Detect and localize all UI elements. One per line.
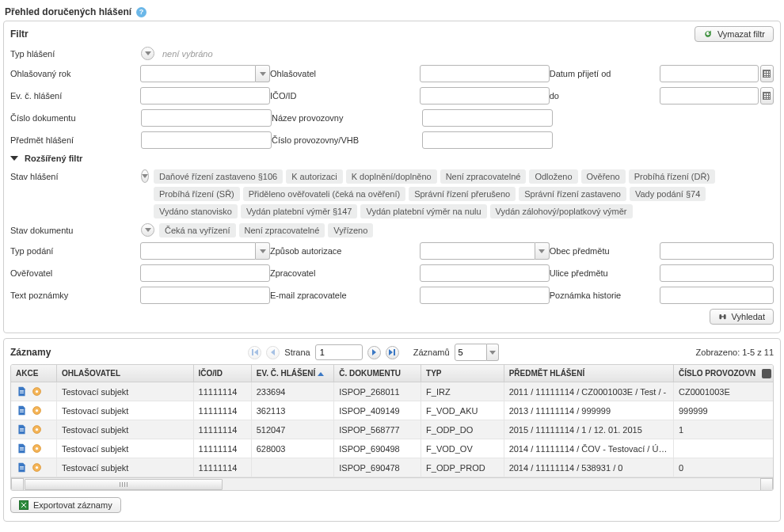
col-c-dokumentu[interactable]: Č. dokumentu xyxy=(334,365,421,382)
poznamka-historie-input[interactable] xyxy=(660,287,774,304)
pager-prev[interactable] xyxy=(266,346,280,359)
label-ico-id: IČO/ID xyxy=(270,87,420,104)
stav-hlaseni-toggle[interactable] xyxy=(141,169,149,183)
label-typ-hlaseni: Typ hlášení xyxy=(10,47,141,60)
cell-typ: F_ODP_DO xyxy=(421,420,504,439)
export-button[interactable]: Exportovat záznamy xyxy=(10,497,121,513)
stav-hlaseni-tag[interactable]: Vady podání §74 xyxy=(630,187,706,201)
stav-hlaseni-tag[interactable]: Vydán platební výměr §147 xyxy=(241,204,358,218)
detail-icon[interactable] xyxy=(16,386,28,397)
datum-do-input[interactable] xyxy=(660,87,759,104)
calendar-icon xyxy=(763,92,771,100)
stav-hlaseni-tag[interactable]: Probíhá řízení (DŘ) xyxy=(629,169,715,184)
clear-filter-button[interactable]: Vymazat filtr xyxy=(695,26,774,42)
extended-filter-label: Rozšířený filtr xyxy=(25,154,82,163)
zpusob-autorizace-input[interactable] xyxy=(420,242,535,260)
table-row[interactable]: Testovací subjekt11111114512047ISPOP_568… xyxy=(11,420,773,439)
svg-point-7 xyxy=(36,447,38,450)
per-page-input[interactable] xyxy=(455,344,488,361)
nazev-provozovny-input[interactable] xyxy=(422,109,553,127)
table-row[interactable]: Testovací subjekt11111114233694ISPOP_268… xyxy=(11,382,773,401)
stav-dokumentu-tag[interactable]: Vyřízeno xyxy=(328,223,373,238)
detail-icon[interactable] xyxy=(16,462,28,473)
stav-dokumentu-tag[interactable]: Není zpracovatelné xyxy=(239,223,325,238)
cell-predmet: 2011 / 11111114 / CZ0001003E / Test / - xyxy=(504,382,673,401)
stav-hlaseni-tag[interactable]: Ověřeno xyxy=(581,169,626,184)
email-zpracovatele-input[interactable] xyxy=(420,287,550,304)
cislo-dokumentu-input[interactable] xyxy=(141,109,272,127)
datum-do-picker[interactable] xyxy=(760,87,774,104)
stav-hlaseni-tag[interactable]: Přiděleno ověřovateli (čeká na ověření) xyxy=(243,187,405,201)
pager-last[interactable] xyxy=(386,346,399,359)
settings-icon[interactable] xyxy=(31,462,43,473)
col-akce[interactable]: Akce xyxy=(11,365,57,382)
col-predmet-hlaseni[interactable]: Předmět hlášení xyxy=(504,365,673,382)
predmet-hlaseni-input[interactable] xyxy=(141,131,272,149)
stav-hlaseni-tag[interactable]: Správní řízení zastaveno xyxy=(519,187,626,201)
col-typ[interactable]: Typ xyxy=(421,365,504,382)
stav-hlaseni-tag[interactable]: K doplnění/doplněno xyxy=(346,169,437,184)
detail-icon[interactable] xyxy=(16,405,28,416)
stav-hlaseni-tag[interactable]: Vydán zálohový/poplatkový výměr xyxy=(490,204,633,218)
overovatel-input[interactable] xyxy=(140,264,270,282)
stav-hlaseni-tag[interactable]: K autorizaci xyxy=(286,169,342,184)
stav-dokumentu-toggle[interactable] xyxy=(141,223,154,237)
stav-hlaseni-tag[interactable]: Daňové řízení zastaveno §106 xyxy=(154,169,283,184)
table-row[interactable]: Testovací subjekt11111114362113ISPOP_409… xyxy=(11,401,773,420)
ohlasovany-rok-input[interactable] xyxy=(140,65,256,82)
text-poznamky-input[interactable] xyxy=(140,287,270,304)
ohlasovatel-input[interactable] xyxy=(420,65,550,82)
typ-hlaseni-toggle[interactable] xyxy=(141,47,154,60)
label-ev-c-hlaseni: Ev. č. hlášení xyxy=(10,87,140,104)
col-ohlasovatel[interactable]: Ohlašovatel xyxy=(57,365,194,382)
col-cislo-provozovny[interactable]: Číslo provozovn xyxy=(673,365,773,382)
stav-hlaseni-tags: Daňové řízení zastaveno §106K autorizaci… xyxy=(154,169,774,218)
typ-podani-input[interactable] xyxy=(140,242,256,260)
stav-hlaseni-tag[interactable]: Vydáno stanovisko xyxy=(154,204,238,218)
settings-icon[interactable] xyxy=(31,424,43,435)
pager-first[interactable] xyxy=(248,346,261,359)
search-button[interactable]: Vyhledat xyxy=(710,309,774,325)
pager-page-input[interactable] xyxy=(315,344,363,360)
datum-od-picker[interactable] xyxy=(760,65,774,82)
col-ev-c-hlaseni[interactable]: Ev. č. hlášení xyxy=(251,365,334,382)
zpusob-autorizace-dropdown[interactable] xyxy=(535,242,550,260)
detail-icon[interactable] xyxy=(16,424,28,435)
horizontal-scrollbar[interactable] xyxy=(11,477,773,490)
col-ico-id[interactable]: IČO/ID xyxy=(193,365,251,382)
per-page-dropdown[interactable] xyxy=(487,344,498,361)
ulice-predmetu-input[interactable] xyxy=(660,264,774,282)
excel-icon xyxy=(19,500,29,510)
settings-icon[interactable] xyxy=(31,443,43,454)
detail-icon[interactable] xyxy=(16,443,28,454)
obec-predmetu-input[interactable] xyxy=(660,242,774,260)
table-row[interactable]: Testovací subjekt11111114ISPOP_690478F_O… xyxy=(11,458,773,477)
datum-od-input[interactable] xyxy=(660,65,759,82)
cell-ohlasovatel: Testovací subjekt xyxy=(57,401,194,420)
scrollbar-thumb[interactable] xyxy=(25,479,223,490)
column-menu-icon[interactable] xyxy=(762,369,771,378)
ohlasovany-rok-dropdown[interactable] xyxy=(256,65,270,82)
stav-hlaseni-tag[interactable]: Není zpracovatelné xyxy=(440,169,527,184)
stav-hlaseni-tag[interactable]: Odloženo xyxy=(529,169,577,184)
pager-page-label: Strana xyxy=(284,348,310,357)
stav-hlaseni-tag[interactable]: Vydán platební výměr na nulu xyxy=(360,204,486,218)
help-icon[interactable]: ? xyxy=(136,7,147,17)
label-cislo-dokumentu: Číslo dokumentu xyxy=(10,109,141,127)
records-table: Akce Ohlašovatel IČO/ID Ev. č. hlášení Č… xyxy=(11,365,773,477)
extended-filter-toggle[interactable]: Rozšířený filtr xyxy=(10,154,774,163)
settings-icon[interactable] xyxy=(31,405,43,416)
stav-dokumentu-tag[interactable]: Čeká na vyřízení xyxy=(159,223,236,238)
cislo-provozovny-vhb-input[interactable] xyxy=(422,131,553,149)
pager-next[interactable] xyxy=(367,346,381,359)
records-panel: Záznamy Strana Záznamů Zobrazeno: 1-5 z … xyxy=(3,338,781,522)
stav-hlaseni-tag[interactable]: Probíhá řízení (SŘ) xyxy=(154,187,240,201)
settings-icon[interactable] xyxy=(31,386,43,397)
ev-c-hlaseni-input[interactable] xyxy=(140,87,270,104)
ico-id-input[interactable] xyxy=(420,87,550,104)
stav-hlaseni-tag[interactable]: Správní řízení přerušeno xyxy=(409,187,516,201)
cell-evc: 362113 xyxy=(251,401,334,420)
table-row[interactable]: Testovací subjekt11111114628003ISPOP_690… xyxy=(11,439,773,458)
zpracovatel-input[interactable] xyxy=(420,264,550,282)
typ-podani-dropdown[interactable] xyxy=(256,242,270,260)
